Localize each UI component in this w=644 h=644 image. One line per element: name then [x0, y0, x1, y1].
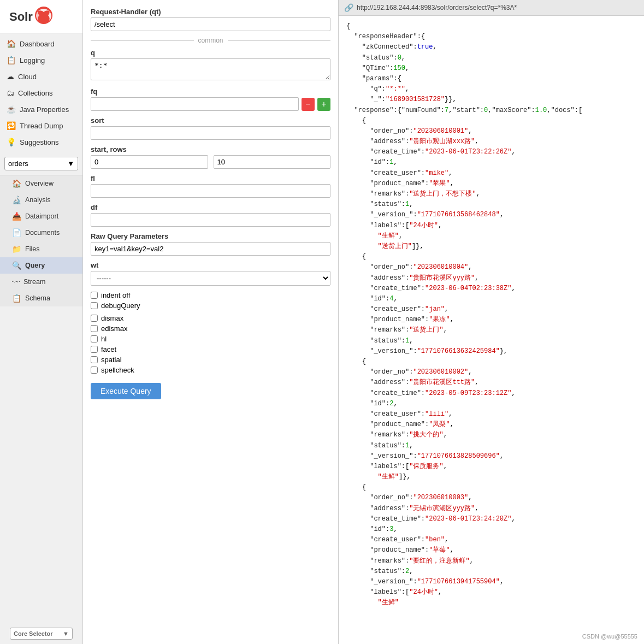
wt-select[interactable]: ------ json xml csv python ruby php [91, 271, 330, 286]
dropdown-arrow-icon: ▼ [67, 159, 74, 168]
schema-icon: 📋 [12, 294, 21, 303]
sidebar-item-java-properties-label: Java Properties [20, 105, 69, 114]
sidebar-item-logging-label: Logging [20, 56, 45, 64]
spellcheck-checkbox[interactable] [91, 367, 98, 374]
result-panel: 🔗 http://192.168.244.44:8983/solr/orders… [339, 0, 644, 644]
sidebar-item-cloud[interactable]: ☁ Cloud [0, 68, 82, 85]
fq-input[interactable] [91, 97, 299, 111]
spellcheck-label: spellcheck [101, 366, 134, 374]
indent-off-checkbox[interactable] [91, 292, 98, 299]
request-handler-group: Request-Handler (qt) [91, 8, 330, 31]
overview-icon: 🏠 [12, 179, 21, 188]
request-handler-input[interactable] [91, 17, 330, 31]
sidebar-item-dataimport[interactable]: 📥 Dataimport [0, 208, 82, 224]
q-label: q [91, 49, 330, 57]
logo-area: Solr [0, 0, 82, 33]
execute-query-button[interactable]: Execute Query [91, 383, 161, 399]
facet-checkbox[interactable] [91, 346, 98, 353]
debug-query-checkbox[interactable] [91, 302, 98, 309]
sidebar-item-dashboard[interactable]: 🏠 Dashboard [0, 36, 82, 52]
fl-input[interactable] [91, 184, 330, 198]
spatial-label: spatial [101, 356, 122, 364]
q-group: q *:* [91, 49, 330, 82]
df-input[interactable] [91, 213, 330, 227]
df-group: df [91, 203, 330, 227]
sidebar-item-query[interactable]: 🔍 Query [0, 257, 82, 274]
sidebar-item-dashboard-label: Dashboard [20, 40, 55, 48]
hl-item: hl [91, 335, 330, 343]
sidebar-item-overview-label: Overview [25, 180, 54, 187]
sidebar-item-stream[interactable]: 〰 Stream [0, 274, 82, 290]
debug-query-label: debugQuery [101, 302, 140, 310]
wt-group: wt ------ json xml csv python ruby php [91, 261, 330, 286]
raw-query-label: Raw Query Parameters [91, 232, 330, 240]
edismax-label: edismax [101, 324, 127, 333]
q-input[interactable]: *:* [91, 58, 330, 80]
core-dropdown[interactable]: orders ▼ [4, 157, 78, 170]
fq-row: − + [91, 97, 330, 111]
result-url-bar: 🔗 http://192.168.244.44:8983/solr/orders… [339, 0, 644, 16]
sidebar-item-suggestions[interactable]: 💡 Suggestions [0, 134, 82, 150]
sort-group: sort [91, 116, 330, 140]
analysis-icon: 🔬 [12, 196, 21, 204]
edismax-checkbox[interactable] [91, 325, 98, 332]
spatial-checkbox[interactable] [91, 356, 98, 363]
sidebar-item-overview[interactable]: 🏠 Overview [0, 175, 82, 192]
edismax-item: edismax [91, 324, 330, 333]
core-selector-text: Core Selector [14, 630, 53, 637]
debug-query-item: debugQuery [91, 302, 330, 310]
sidebar-item-thread-dump[interactable]: 🔁 Thread Dump [0, 117, 82, 134]
sidebar-item-stream-label: Stream [23, 278, 45, 286]
files-icon: 📁 [12, 245, 21, 253]
sidebar: Solr 🏠 Dashboard 📋 Logging ☁ Cloud 🗂 Col… [0, 0, 83, 644]
indent-off-label: indent off [101, 291, 130, 299]
facet-item: facet [91, 345, 330, 353]
start-input[interactable] [91, 155, 208, 169]
sidebar-item-java-properties[interactable]: ☕ Java Properties [0, 101, 82, 117]
sub-nav: 🏠 Overview 🔬 Analysis 📥 Dataimport 📄 Doc… [0, 175, 82, 306]
sidebar-item-collections[interactable]: 🗂 Collections [0, 85, 82, 101]
sidebar-item-schema-label: Schema [25, 294, 50, 302]
wt-label: wt [91, 261, 330, 269]
fq-group: fq − + [91, 87, 330, 111]
sidebar-item-documents[interactable]: 📄 Documents [0, 224, 82, 241]
fq-remove-button[interactable]: − [302, 98, 315, 111]
common-label: common [198, 37, 223, 44]
core-selector-label: Core Selector ▼ [0, 621, 82, 644]
query-icon: 🔍 [12, 261, 21, 270]
sidebar-item-dataimport-label: Dataimport [25, 212, 58, 220]
main-nav: 🏠 Dashboard 📋 Logging ☁ Cloud 🗂 Collecti… [0, 33, 82, 152]
dashboard-icon: 🏠 [7, 39, 16, 48]
logging-icon: 📋 [7, 56, 16, 64]
sidebar-item-analysis[interactable]: 🔬 Analysis [0, 192, 82, 208]
sidebar-item-logging[interactable]: 📋 Logging [0, 52, 82, 68]
dismax-label: dismax [101, 314, 123, 322]
hl-checkbox[interactable] [91, 335, 98, 342]
collections-icon: 🗂 [7, 88, 14, 97]
fq-add-button[interactable]: + [317, 98, 330, 111]
sort-input[interactable] [91, 126, 330, 140]
start-rows-group: start, rows [91, 145, 330, 169]
solr-logo: Solr [7, 5, 56, 27]
url-icon: 🔗 [344, 3, 353, 12]
rows-input[interactable] [214, 155, 331, 169]
suggestions-icon: 💡 [7, 138, 16, 146]
cloud-icon: ☁ [7, 72, 14, 81]
start-rows-row [91, 155, 330, 169]
indent-off-item: indent off [91, 291, 330, 299]
fl-label: fl [91, 174, 330, 182]
sidebar-item-schema[interactable]: 📋 Schema [0, 290, 82, 306]
sidebar-item-files[interactable]: 📁 Files [0, 241, 82, 257]
thread-dump-icon: 🔁 [7, 121, 16, 130]
core-selector-dropdown[interactable]: Core Selector ▼ [10, 628, 73, 640]
core-value: orders [8, 159, 28, 168]
hl-label: hl [101, 335, 107, 343]
start-rows-label: start, rows [91, 145, 330, 153]
sidebar-item-files-label: Files [25, 245, 39, 253]
fq-label: fq [91, 87, 330, 96]
raw-query-input[interactable] [91, 242, 330, 256]
sidebar-item-query-label: Query [25, 262, 45, 269]
dismax-checkbox[interactable] [91, 315, 98, 322]
sidebar-item-analysis-label: Analysis [25, 196, 51, 204]
common-divider: common [91, 37, 330, 44]
